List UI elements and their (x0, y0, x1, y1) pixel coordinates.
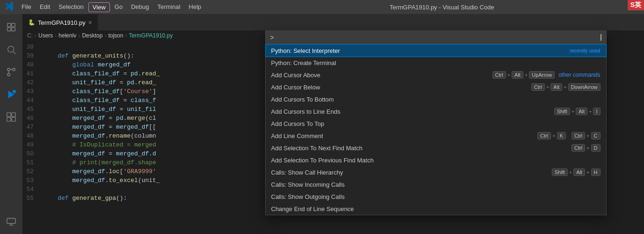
cp-item-label: Add Cursors To Bottom (271, 96, 601, 103)
command-palette-input[interactable] (276, 34, 601, 41)
cp-item-change-eol[interactable]: Change End of Line Sequence (266, 203, 606, 215)
input-prefix: > (270, 34, 274, 41)
cp-item-label: Add Line Comment (271, 132, 538, 139)
tab-bar: 🐍 TermGPA1910.py × (22, 14, 644, 30)
shortcut: Ctrl + D (572, 144, 601, 152)
search-icon[interactable] (2, 40, 21, 59)
command-palette[interactable]: > Python: Select Interpreter recently us… (265, 30, 607, 215)
breadcrumb-users[interactable]: Users (38, 32, 53, 39)
source-control-icon[interactable] (2, 63, 21, 81)
cp-item-label: Change End of Line Sequence (271, 205, 601, 212)
cp-item-add-cursors-to-line-ends[interactable]: Add Cursors to Line Ends Shift + Alt + I (266, 105, 606, 117)
tab-close-button[interactable]: × (88, 19, 92, 26)
breadcrumb-filename[interactable]: TermGPA1910.py (129, 32, 173, 39)
menu-help[interactable]: Help (185, 2, 205, 12)
cp-item-label: Calls: Show Call Hierarchy (271, 169, 552, 176)
other-commands-link[interactable]: other commands (558, 72, 600, 78)
cp-item-add-cursor-above[interactable]: Add Cursor Above Ctrl + Alt + UpArrow ot… (266, 69, 606, 81)
svg-point-8 (7, 73, 10, 76)
cp-item-label: Add Cursors to Line Ends (271, 108, 554, 115)
breadcrumb-desktop[interactable]: Desktop (82, 32, 102, 39)
activity-bar (0, 14, 22, 234)
svg-line-5 (13, 51, 15, 54)
cp-item-python-select-interpreter[interactable]: Python: Select Interpreter recently used (266, 44, 606, 57)
remote-icon[interactable] (2, 212, 21, 230)
cp-item-python-create-terminal[interactable]: Python: Create Terminal (266, 57, 606, 69)
vscode-logo (5, 1, 14, 13)
extensions-icon[interactable] (2, 108, 21, 126)
breadcrumb-tojson[interactable]: tojson (108, 32, 123, 39)
svg-rect-2 (7, 28, 11, 31)
cp-item-add-selection-prev[interactable]: Add Selection To Previous Find Match (266, 154, 606, 166)
cp-item-show-incoming-calls[interactable]: Calls: Show Incoming Calls (266, 178, 606, 190)
cp-item-label: Add Selection To Previous Find Match (271, 157, 601, 164)
explorer-icon[interactable] (2, 18, 21, 37)
editor-area: 🐍 TermGPA1910.py × C: › Users › helenlv … (22, 14, 644, 234)
menu-selection[interactable]: Selection (55, 2, 87, 12)
svg-rect-12 (12, 113, 15, 117)
shortcut: Shift + Alt + I (554, 108, 601, 115)
input-cursor (601, 34, 601, 41)
menu-edit[interactable]: Edit (36, 2, 54, 12)
cp-item-show-outgoing-calls[interactable]: Calls: Show Outgoing Calls (266, 190, 606, 203)
cp-item-label: Add Selection To Next Find Match (271, 145, 572, 152)
cp-item-label: Add Cursor Below (271, 84, 531, 91)
cp-item-show-call-hierarchy[interactable]: Calls: Show Call Hierarchy Shift + Alt +… (266, 166, 606, 178)
breadcrumb-drive[interactable]: C: (27, 32, 33, 39)
tab-termgpa[interactable]: 🐍 TermGPA1910.py × (22, 14, 98, 30)
svg-point-10 (13, 90, 16, 93)
svg-rect-3 (12, 28, 15, 31)
svg-rect-14 (12, 117, 15, 121)
shortcut: Ctrl + K Ctrl + C (537, 132, 600, 139)
cp-item-label: Add Cursors To Top (271, 120, 601, 127)
shortcut: Shift + Alt + H (552, 168, 601, 176)
svg-point-7 (13, 68, 15, 71)
menu-go[interactable]: Go (111, 2, 126, 12)
menu-debug[interactable]: Debug (127, 2, 152, 12)
shortcut: Ctrl + Alt + DownArrow (531, 83, 601, 91)
cp-item-label: Python: Select Interpreter (271, 47, 566, 54)
menu-bar: File Edit Selection View Go Debug Termin… (18, 2, 301, 12)
svg-rect-13 (7, 117, 11, 121)
menu-terminal[interactable]: Terminal (153, 2, 184, 12)
sying-badge[interactable]: S英 (628, 0, 644, 10)
svg-point-4 (8, 46, 14, 52)
main-layout: 🐍 TermGPA1910.py × C: › Users › helenlv … (0, 14, 644, 234)
cp-item-add-cursors-to-bottom[interactable]: Add Cursors To Bottom (266, 93, 606, 105)
command-palette-input-row: > (266, 31, 606, 44)
cp-item-label: Python: Create Terminal (271, 59, 601, 66)
titlebar: File Edit Selection View Go Debug Termin… (0, 0, 644, 14)
cp-item-add-line-comment[interactable]: Add Line Comment Ctrl + K Ctrl + C (266, 130, 606, 142)
menu-view[interactable]: View (88, 2, 110, 12)
shortcut: Ctrl + Alt + UpArrow (492, 71, 555, 79)
menu-file[interactable]: File (18, 2, 35, 12)
cp-item-add-cursors-to-top[interactable]: Add Cursors To Top (266, 117, 606, 130)
svg-rect-15 (7, 219, 15, 224)
breadcrumb-helenlv[interactable]: helenlv (58, 32, 76, 39)
cp-item-badge: recently used (570, 48, 600, 53)
svg-rect-11 (7, 113, 11, 117)
svg-rect-0 (7, 23, 11, 27)
cp-item-label: Add Cursor Above (271, 72, 492, 79)
cp-item-label: Calls: Show Incoming Calls (271, 181, 601, 188)
python-file-icon: 🐍 (28, 19, 35, 26)
svg-rect-1 (12, 23, 15, 27)
run-debug-icon[interactable] (2, 85, 21, 104)
cp-item-add-selection-next[interactable]: Add Selection To Next Find Match Ctrl + … (266, 142, 606, 154)
cp-item-label: Calls: Show Outgoing Calls (271, 193, 601, 200)
window-title: TermGPA1910.py - Visual Studio Code (301, 4, 584, 11)
tab-filename: TermGPA1910.py (38, 19, 86, 26)
cp-item-add-cursor-below[interactable]: Add Cursor Below Ctrl + Alt + DownArrow (266, 81, 606, 93)
svg-point-6 (7, 68, 10, 71)
